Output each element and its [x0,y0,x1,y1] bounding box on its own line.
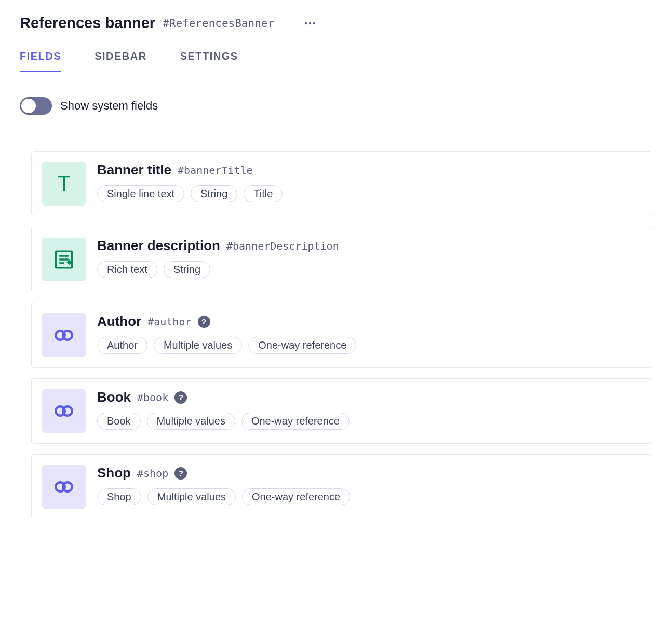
field-card[interactable]: Shop#shop?ShopMultiple valuesOne-way ref… [31,454,652,519]
field-title: Author [97,313,141,330]
field-body: Banner description#bannerDescriptionRich… [97,238,641,278]
link-icon [53,400,75,422]
field-body: Shop#shop?ShopMultiple valuesOne-way ref… [97,465,641,505]
svg-point-0 [305,22,307,24]
field-icon [42,238,86,281]
field-card[interactable]: Author#author?AuthorMultiple valuesOne-w… [31,303,652,368]
help-icon[interactable]: ? [198,316,210,328]
field-id: #book [137,391,168,404]
page-title: References banner [20,15,155,32]
pill-row: AuthorMultiple valuesOne-way reference [97,337,641,354]
pill: Multiple values [147,413,235,430]
pill: String [191,185,237,202]
pill-row: Single line textStringTitle [97,185,641,202]
help-icon[interactable]: ? [174,467,187,480]
field-title: Shop [97,465,131,481]
field-title-row: Book#book? [97,389,641,405]
svg-point-2 [313,22,315,24]
svg-point-1 [309,22,311,24]
toggle-knob [21,99,36,113]
field-icon: T [42,162,86,206]
field-id: #shop [137,467,168,480]
toggle-label: Show system fields [60,99,158,113]
more-button[interactable] [302,16,318,31]
pill: Title [244,185,283,202]
field-icon [42,465,86,509]
help-icon[interactable]: ? [174,391,187,404]
field-body: Author#author?AuthorMultiple valuesOne-w… [97,313,641,354]
field-body: Banner title#bannerTitleSingle line text… [97,162,641,202]
pill: One-way reference [248,337,356,354]
field-id: #bannerTitle [178,164,253,176]
link-icon [53,324,75,346]
pill: Single line text [97,185,184,202]
pill: String [164,261,210,278]
pill: Rich text [97,261,157,278]
pill-row: ShopMultiple valuesOne-way reference [97,488,641,505]
field-icon [42,313,86,357]
page-id: #ReferencesBanner [163,17,274,30]
field-title-row: Author#author? [97,313,641,330]
field-icon [42,389,86,433]
text-icon: T [57,171,71,196]
pill: One-way reference [241,413,350,430]
system-fields-toggle[interactable] [20,97,52,115]
field-id: #bannerDescription [226,240,339,252]
tab-sidebar[interactable]: SIDEBAR [95,50,147,72]
field-title: Banner description [97,238,220,254]
toggle-row: Show system fields [20,97,652,115]
field-title: Book [97,389,131,405]
pill: Shop [97,488,141,505]
field-list: TBanner title#bannerTitleSingle line tex… [20,151,652,519]
richtext-icon [53,249,75,270]
tab-fields[interactable]: FIELDS [20,50,61,72]
field-card[interactable]: Banner description#bannerDescriptionRich… [31,227,652,292]
field-title-row: Banner description#bannerDescription [97,238,641,254]
field-title-row: Shop#shop? [97,465,641,481]
pill: One-way reference [242,488,350,505]
pill-row: Rich textString [97,261,641,278]
field-card[interactable]: TBanner title#bannerTitleSingle line tex… [31,151,652,216]
pill: Multiple values [147,488,236,505]
field-title: Banner title [97,162,171,178]
tabs: FIELDS SIDEBAR SETTINGS [20,50,652,72]
pill-row: BookMultiple valuesOne-way reference [97,413,641,430]
ellipsis-icon [304,22,316,25]
pill: Book [97,413,141,430]
field-title-row: Banner title#bannerTitle [97,162,641,178]
pill: Author [97,337,147,354]
field-id: #author [147,316,191,328]
field-body: Book#book?BookMultiple valuesOne-way ref… [97,389,641,430]
link-icon [53,476,75,498]
field-card[interactable]: Book#book?BookMultiple valuesOne-way ref… [31,378,652,444]
header-title-row: References banner #ReferencesBanner [20,15,652,32]
tab-settings[interactable]: SETTINGS [180,50,238,72]
pill: Multiple values [154,337,242,354]
